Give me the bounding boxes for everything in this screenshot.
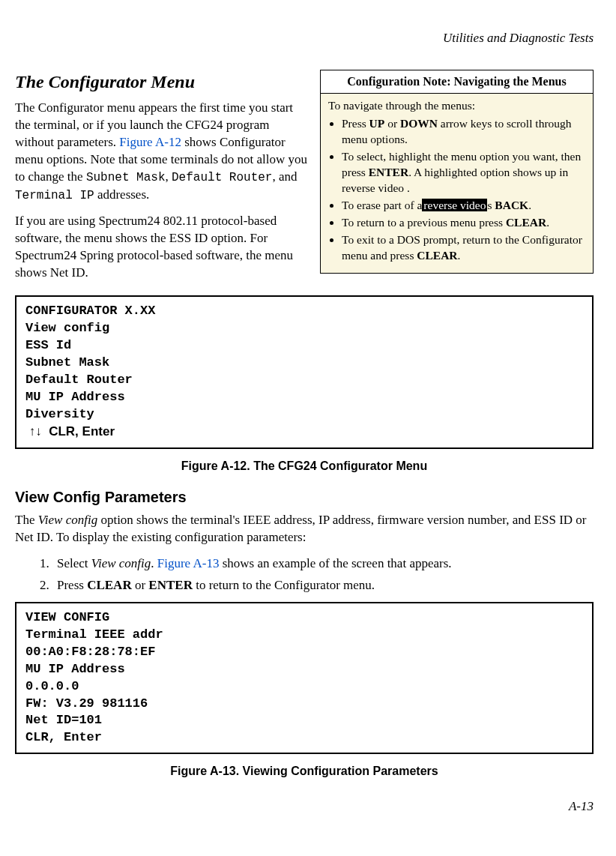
intro-paragraph-1: The Configurator menu appears the first … — [15, 100, 311, 204]
view-config-paragraph: The View config option shows the termina… — [15, 512, 594, 546]
note-item-4: To return to a previous menu press CLEAR… — [342, 215, 585, 231]
comma: , — [166, 169, 172, 184]
note-item-1: Press UP or DOWN arrow keys to scroll th… — [342, 116, 585, 148]
page-number: A-13 — [15, 798, 594, 816]
t: or — [384, 117, 400, 130]
figure-link-a13[interactable]: Figure A-13 — [157, 556, 220, 570]
reverse-video-text: reverse video — [422, 199, 487, 211]
note-body: To navigate through the menus: Press UP … — [321, 94, 593, 273]
intro-text: addresses. — [94, 187, 150, 202]
left-column: The Configurator Menu The Configurator m… — [15, 70, 311, 291]
t: To erase part of a — [342, 199, 422, 211]
view-config-italic: View config — [38, 513, 97, 527]
back-key: BACK — [495, 199, 528, 211]
mono-subnet: Subnet Mask — [86, 171, 166, 184]
note-title: Configuration Note: Navigating the Menus — [321, 70, 593, 94]
figure-caption-a12: Figure A-12. The CFG24 Configurator Menu — [15, 458, 594, 474]
clear-key: CLEAR — [417, 249, 457, 262]
t: Press — [342, 117, 369, 130]
t: to return to the Configurator menu. — [193, 578, 375, 592]
up-key: UP — [369, 117, 385, 130]
view-config-italic: View config — [91, 556, 151, 570]
t: To exit to a DOS prompt, return to the C… — [342, 233, 582, 262]
t: . — [546, 216, 549, 229]
mono-terminal-ip: Terminal IP — [15, 189, 94, 202]
clear-key: CLEAR — [506, 216, 546, 229]
note-item-5: To exit to a DOS prompt, return to the C… — [342, 232, 585, 264]
t: shows an example of the screen that appe… — [219, 556, 451, 570]
enter-key: ENTER — [369, 166, 408, 178]
step-1: Select View config. Figure A-13 shows an… — [52, 555, 594, 573]
t: . — [528, 199, 531, 211]
steps-list: Select View config. Figure A-13 shows an… — [15, 555, 594, 594]
screen-text: CONFIGURATOR X.XX View config ESS Id Sub… — [25, 304, 155, 421]
view-config-screen: VIEW CONFIG Terminal IEEE addr 00:A0:F8:… — [15, 602, 594, 755]
right-column: Configuration Note: Navigating the Menus… — [320, 70, 594, 274]
t: or — [132, 578, 149, 592]
note-item-2: To select, highlight the menu option you… — [342, 149, 585, 196]
t: . — [458, 249, 461, 262]
t: To return to a previous menu press — [342, 216, 506, 229]
subsection-title: View Config Parameters — [15, 487, 594, 507]
figure-link-a12[interactable]: Figure A-12 — [119, 135, 181, 149]
running-header: Utilities and Diagnostic Tests — [15, 30, 594, 47]
t: . — [151, 556, 157, 570]
clear-key: CLEAR — [87, 578, 132, 592]
down-key: DOWN — [400, 117, 438, 130]
t: s — [487, 199, 495, 211]
section-title: The Configurator Menu — [15, 70, 311, 94]
step-2: Press CLEAR or ENTER to return to the Co… — [52, 577, 594, 594]
note-intro: To navigate through the menus: — [328, 98, 585, 114]
mono-router: Default Router — [172, 171, 272, 184]
enter-key: ENTER — [148, 578, 193, 592]
arrow-icons: ↑↓ CLR, Enter — [25, 424, 115, 438]
t: Press — [57, 578, 87, 592]
config-note-box: Configuration Note: Navigating the Menus… — [320, 70, 594, 274]
configurator-screen: CONFIGURATOR X.XX View config ESS Id Sub… — [15, 295, 594, 449]
comma-and: , and — [272, 169, 297, 184]
note-list: Press UP or DOWN arrow keys to scroll th… — [328, 116, 585, 263]
t: Select — [57, 556, 91, 570]
two-column-layout: The Configurator Menu The Configurator m… — [15, 70, 594, 291]
intro-paragraph-2: If you are using Spectrum24 802.11 proto… — [15, 213, 311, 282]
figure-caption-a13: Figure A-13. Viewing Configuration Param… — [15, 763, 594, 780]
note-item-3: To erase part of areverse videos BACK. — [342, 198, 585, 214]
